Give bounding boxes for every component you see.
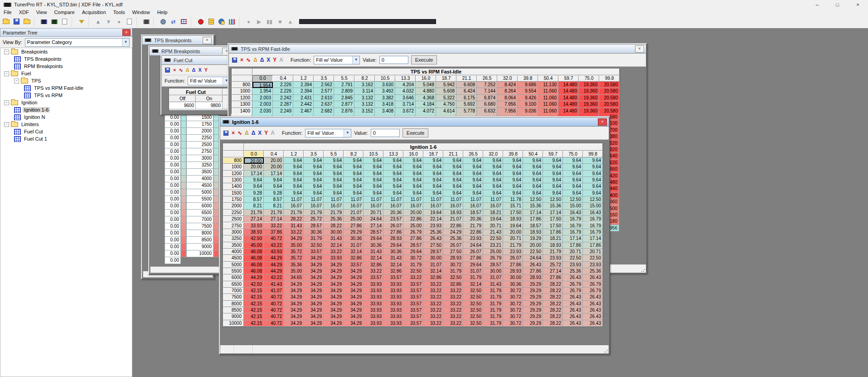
table-cell[interactable]: 35.72	[284, 255, 304, 261]
table-cell[interactable]: 4.032	[395, 88, 416, 94]
table-cell[interactable]: 16.07	[284, 203, 304, 209]
table-cell[interactable]: 33.57	[403, 301, 423, 307]
table-cell[interactable]: 9.554	[518, 88, 538, 94]
col-header[interactable]: 16.0	[403, 151, 423, 157]
table-cell[interactable]: 25.36	[423, 229, 443, 235]
table-cell[interactable]: 9.64	[344, 164, 364, 170]
table-cell[interactable]: 3.630	[375, 82, 395, 88]
table-cell[interactable]: 9.64	[364, 157, 383, 164]
expand-collapse-icon[interactable]: −	[4, 122, 9, 127]
table-cell[interactable]: 33.93	[364, 313, 383, 320]
table-cell[interactable]: 11.07	[364, 196, 383, 203]
table-cell[interactable]: 46.08	[244, 262, 264, 268]
row-header[interactable]: 1000	[232, 88, 252, 94]
table-cell[interactable]: 21.79	[324, 210, 344, 216]
table-cell[interactable]: 26.43	[563, 307, 583, 313]
table-cell[interactable]: 9.64	[324, 157, 344, 164]
table-cell[interactable]: 16.07	[443, 203, 463, 209]
table-cell[interactable]: 16.07	[383, 203, 403, 209]
chevron-down-icon[interactable]: ▼	[344, 129, 351, 137]
table-cell[interactable]: 35.36	[284, 262, 304, 268]
table-cell[interactable]: 34.29	[324, 313, 344, 320]
table-cell[interactable]: 11.07	[324, 196, 344, 203]
tree-item-fuel[interactable]: −Fuel	[0, 70, 132, 77]
stop-icon[interactable]: ■	[275, 17, 285, 27]
table-cell[interactable]: 6.632	[477, 108, 497, 114]
x-axis-icon[interactable]: X	[258, 130, 262, 136]
table-cell[interactable]: 25.00	[344, 216, 364, 222]
table-cell[interactable]: 30.36	[503, 281, 523, 288]
tree-item-fuel-cut[interactable]: Fuel Cut	[0, 128, 132, 135]
table-cell[interactable]: 20.36	[463, 216, 483, 222]
col-header[interactable]: 8.2	[354, 75, 375, 82]
table-cell[interactable]: 17.14	[583, 235, 603, 242]
col-header[interactable]: 0.4	[264, 151, 284, 157]
col-header[interactable]: 0.4	[273, 75, 293, 82]
table-cell[interactable]: 9.64	[503, 183, 523, 190]
trace-graph-icon[interactable]: ∿	[238, 130, 242, 136]
table-cell[interactable]: 2.249	[273, 108, 293, 114]
table-cell[interactable]: 31.79	[483, 313, 503, 320]
datalog-notepad-icon[interactable]	[206, 17, 216, 27]
table-cell[interactable]: 9.64	[364, 190, 383, 196]
table-cell[interactable]: 32.14	[463, 281, 483, 288]
col-header[interactable]: 59.7	[543, 151, 563, 157]
table-cell[interactable]: 11.060	[538, 88, 558, 94]
table-cell[interactable]: 9.64	[563, 171, 583, 177]
table-cell[interactable]: 26.43	[583, 301, 603, 307]
view-by-select[interactable]: Parameter Category ▼	[25, 38, 130, 47]
table-cell[interactable]: 20.580	[599, 82, 620, 88]
table-cell[interactable]: 34.29	[304, 307, 324, 313]
table-cell[interactable]: 22.50	[563, 255, 583, 261]
table-cell[interactable]: 28.57	[304, 223, 324, 229]
table-cell[interactable]: 2.637	[314, 101, 334, 108]
table-cell[interactable]: 27.86	[543, 274, 563, 281]
table-cell[interactable]: 34.29	[344, 313, 364, 320]
table-cell[interactable]: 9.64	[523, 190, 543, 196]
table-cell[interactable]: 33.22	[423, 320, 443, 327]
row-header[interactable]: 6500	[223, 281, 244, 288]
table-cell[interactable]: 9.64	[543, 177, 563, 183]
table-cell[interactable]: 16.07	[483, 203, 503, 209]
filter-icon[interactable]	[76, 17, 87, 27]
table-cell[interactable]: 34.29	[324, 301, 344, 307]
table-cell[interactable]: 24.64	[523, 255, 543, 261]
table-cell[interactable]: 16.79	[583, 229, 603, 235]
table-cell[interactable]: 23.57	[383, 216, 403, 222]
table-cell[interactable]: 32.50	[443, 274, 463, 281]
table-cell[interactable]: 4.750	[436, 101, 456, 108]
table-cell[interactable]: 17.86	[543, 229, 563, 235]
acquisition-trackbar[interactable]	[299, 19, 436, 24]
table-cell[interactable]: 2.577	[314, 88, 334, 94]
table-cell[interactable]: 40.72	[264, 301, 284, 307]
table-cell[interactable]: 27.86	[403, 235, 423, 242]
table-cell[interactable]: 33.93	[383, 294, 403, 300]
col-header[interactable]: 18.7	[436, 75, 456, 82]
trace-graph-icon[interactable]: ∿	[246, 57, 251, 63]
fuel-cut-col-header[interactable]: On	[196, 95, 223, 102]
table-cell[interactable]: 9.64	[244, 183, 264, 190]
col-header[interactable]: 75.0	[563, 151, 583, 157]
table-cell[interactable]: 20.71	[583, 249, 603, 255]
row-header[interactable]: 800	[232, 82, 252, 88]
table-cell[interactable]: 9.64	[583, 177, 603, 183]
table-cell[interactable]: 30.36	[364, 242, 383, 249]
table-cell[interactable]: 33.93	[383, 281, 403, 288]
table-cell[interactable]: 17.86	[523, 216, 543, 222]
table-cell[interactable]: 31.43	[324, 235, 344, 242]
table-cell[interactable]: 9.64	[284, 171, 304, 177]
row-header[interactable]: 7500	[223, 294, 244, 300]
save-bin-icon[interactable]	[11, 17, 22, 27]
table-cell[interactable]: 33.93	[383, 307, 403, 313]
table-cell[interactable]: 28.22	[543, 288, 563, 294]
table-cell[interactable]: 32.14	[364, 255, 383, 261]
table-cell[interactable]: 32.50	[463, 301, 483, 307]
table-cell[interactable]: 9.64	[483, 157, 503, 164]
table-cell[interactable]: 34.29	[324, 281, 344, 288]
menu-item-help[interactable]: Help	[154, 9, 171, 15]
table-cell[interactable]: 33.57	[364, 274, 383, 281]
table-cell[interactable]: 30.72	[503, 307, 523, 313]
menu-item-compare[interactable]: Compare	[50, 9, 78, 15]
row-header[interactable]: 1500	[223, 190, 244, 196]
table-cell[interactable]: 24.29	[443, 229, 463, 235]
